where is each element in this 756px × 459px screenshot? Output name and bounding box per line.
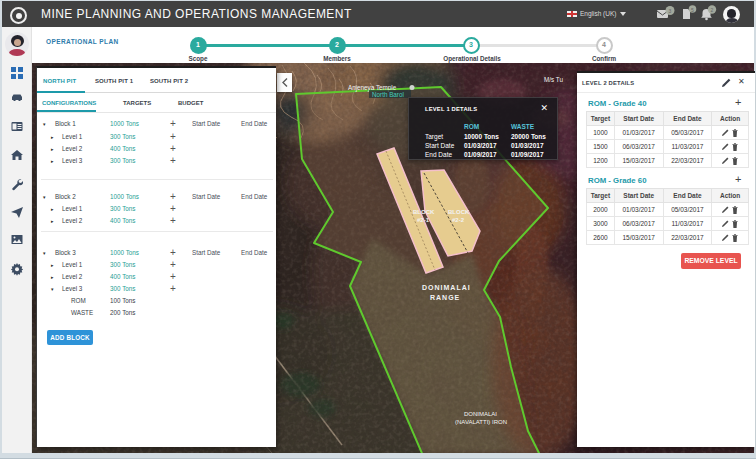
svg-text:3: 3 [669,8,672,14]
svg-text:BLOCK: BLOCK [448,209,470,215]
svg-text:#2-1: #2-1 [417,217,430,223]
svg-text:North Barol: North Barol [372,91,404,98]
svg-text:RANGE: RANGE [430,294,460,301]
svg-text:2: 2 [711,7,714,13]
svg-text:5: 5 [691,7,694,13]
svg-text:M/s Tu: M/s Tu [544,76,563,83]
svg-text:DONIMALAI: DONIMALAI [464,411,497,417]
svg-text:BLOCK: BLOCK [413,209,435,215]
svg-text:DONIMALAI: DONIMALAI [422,284,471,291]
svg-text:(NAVALATTI) IRON: (NAVALATTI) IRON [455,419,507,425]
svg-text:#2-2: #2-2 [452,217,465,223]
